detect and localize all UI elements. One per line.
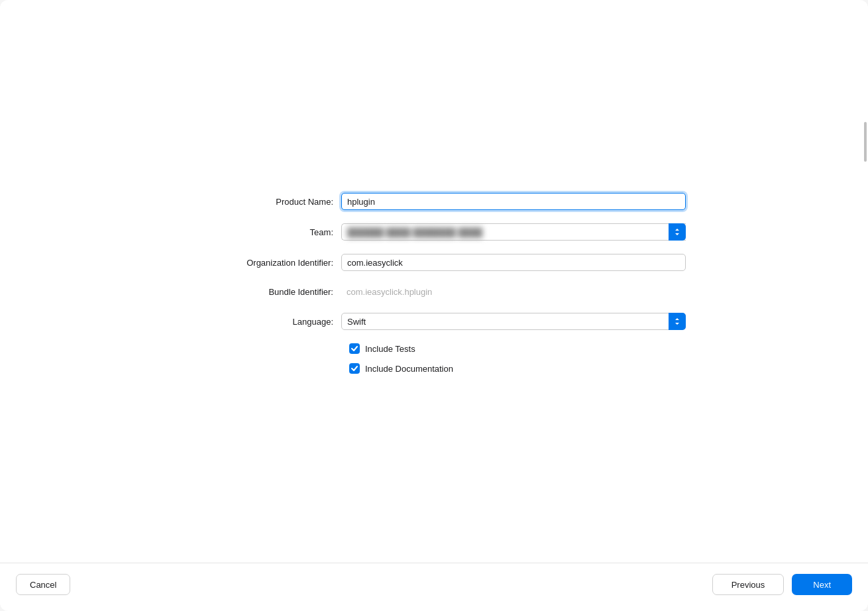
- include-documentation-checkbox[interactable]: [349, 363, 360, 374]
- product-name-label: Product Name:: [182, 197, 341, 207]
- team-label: Team:: [182, 227, 341, 237]
- language-select[interactable]: Swift Objective-C: [341, 313, 686, 330]
- bundle-identifier-label: Bundle Identifier:: [182, 287, 341, 297]
- org-identifier-row: Organization Identifier:: [182, 254, 686, 271]
- dialog-footer: Cancel Previous Next: [0, 563, 868, 611]
- include-tests-label: Include Tests: [365, 344, 415, 354]
- team-blurred-text: ██████ ████ ███████ ████: [347, 227, 482, 237]
- scrollbar-track: [863, 0, 868, 611]
- footer-right: Previous Next: [712, 574, 852, 595]
- product-name-row: Product Name:: [182, 193, 686, 210]
- team-input-area: ██████ ████ ███████ ████: [341, 223, 686, 241]
- language-select-container: Swift Objective-C: [341, 313, 686, 330]
- footer-left: Cancel: [16, 574, 70, 595]
- bundle-identifier-row: Bundle Identifier: com.ieasyclick.hplugi…: [182, 284, 686, 300]
- dialog: Product Name: Team: ██████ ████ ███████ …: [0, 0, 868, 611]
- dialog-content: Product Name: Team: ██████ ████ ███████ …: [0, 0, 868, 563]
- team-row: Team: ██████ ████ ███████ ████: [182, 223, 686, 241]
- product-name-input[interactable]: [341, 193, 686, 210]
- team-select-container: ██████ ████ ███████ ████: [341, 223, 686, 241]
- cancel-button[interactable]: Cancel: [16, 574, 70, 595]
- org-identifier-label: Organization Identifier:: [182, 258, 341, 268]
- language-label: Language:: [182, 317, 341, 327]
- form-container: Product Name: Team: ██████ ████ ███████ …: [182, 193, 686, 383]
- previous-button[interactable]: Previous: [712, 574, 785, 595]
- org-identifier-input[interactable]: [341, 254, 686, 271]
- next-button[interactable]: Next: [792, 574, 852, 595]
- language-row: Language: Swift Objective-C: [182, 313, 686, 330]
- include-tests-row: Include Tests: [349, 343, 686, 354]
- include-tests-checkbox[interactable]: [349, 343, 360, 354]
- bundle-identifier-value: com.ieasyclick.hplugin: [341, 284, 686, 300]
- scrollbar-thumb[interactable]: [864, 122, 867, 162]
- include-documentation-label: Include Documentation: [365, 364, 453, 374]
- include-documentation-row: Include Documentation: [349, 363, 686, 374]
